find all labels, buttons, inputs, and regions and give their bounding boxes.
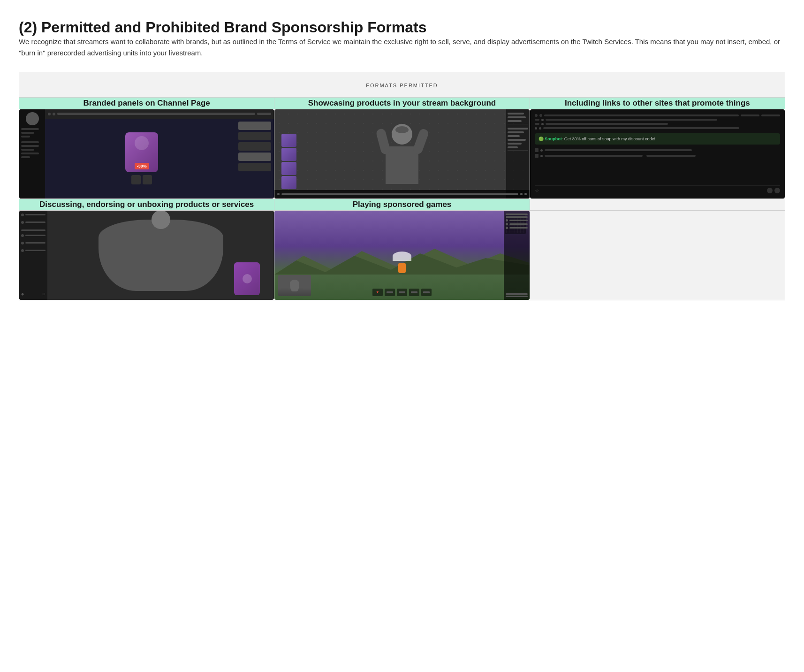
top-bar-bar [257,113,271,115]
usb-line [21,221,46,224]
usb-bar [25,221,46,223]
hud-line [508,146,518,148]
intro-paragraph: We recognize that streamers want to coll… [19,36,785,59]
hud-heart: ♥ [372,289,383,296]
gco-bar [506,216,528,218]
chat-line [535,119,780,121]
gco-bar [509,220,528,221]
table-row-images-1: -30% [19,109,785,199]
ct-dot [535,114,538,117]
usb-bar [25,242,46,244]
col3-label: Including links to other sites that prom… [530,98,785,109]
avatar-mock [26,112,39,125]
chat-bar [545,149,692,151]
sb-line [21,153,39,154]
hud-bar [423,291,430,293]
sb-line [21,132,34,134]
gco-line [506,227,528,229]
hud-line [508,143,522,145]
ct-bar [544,115,739,116]
product-box [281,148,296,161]
usb-dot [21,249,24,252]
product-logo [243,274,252,283]
hud-line [508,116,526,118]
hud-line [508,128,528,130]
hud-line [508,139,526,141]
col1-label: Branded panels on Channel Page [19,98,274,109]
usb-line [21,242,46,244]
bb-dot [520,193,523,195]
gco-line [506,296,528,297]
bb-dot [277,193,280,195]
stream-person [386,124,418,184]
gco-bar [506,293,528,295]
gco-line [506,214,528,215]
chat-highlight-message: 🟢 Soupbot: Get 30% off cans of soup with… [535,133,780,145]
table-row-labels-1: Branded panels on Channel Page Showcasin… [19,98,785,109]
usb-line [21,234,46,237]
chat-links-image: 🟢 Soupbot: Get 30% off cans of soup with… [530,109,785,199]
hud-group [508,112,528,124]
chat-bar [546,119,717,121]
page-title: (2) Permitted and Prohibited Brand Spons… [19,19,785,36]
player-figure [290,280,299,291]
panel-block [238,122,271,130]
usb-line [21,214,46,216]
hud-line [508,120,522,122]
panel-block [238,153,271,161]
unbox-main [47,211,274,300]
gco-bar [509,223,528,225]
chat-bar [646,155,696,157]
sb-line [21,128,39,130]
person-head [152,211,170,229]
chat-top-bar [535,114,780,117]
chat-bar [545,155,643,157]
table-row-labels-2: Discussing, endorsing or unboxing produc… [19,199,785,210]
chat-bot-message: 🟢 Soupbot: Get 30% off cans of soup with… [539,136,776,142]
table-header: Formats Permitted [19,72,785,98]
game-chat-overlay [504,211,530,300]
person-body [386,146,418,184]
hud-line [508,113,524,115]
top-bar-bar [57,113,255,115]
gco-line [506,293,528,295]
chat-bar [546,123,668,125]
ct-dot [539,114,542,117]
chat-line [535,148,780,152]
sb-line [21,145,39,147]
top-bar-mock [45,109,274,119]
product-box [281,134,296,147]
stream-scene [274,109,529,199]
hud-item [421,289,432,296]
content-area: -30% [45,119,274,199]
sb-line [21,141,39,143]
hud-item [397,289,407,296]
player-cam [278,275,311,296]
char-body [398,263,406,273]
col6-image-cell-empty [530,210,785,300]
chat-lines-area: 🟢 Soupbot: Get 30% off cans of soup with… [535,119,780,185]
chat-line [535,154,780,158]
hud-bar [387,291,393,293]
gco-dot [506,219,508,221]
parachute [393,252,411,261]
person-head [392,124,412,145]
product-area: -30% [48,122,235,196]
usb-bar [25,214,46,215]
usb-dot [21,242,24,244]
panel-block [238,132,271,140]
unbox-person [99,220,223,291]
unbox-sidebar: ◆ ⊕ [19,211,47,300]
game-hud: ♥ [372,289,432,296]
col5-label: Playing sponsored games [274,199,530,210]
discount-badge: -30% [135,163,149,169]
branded-panels-image: -30% [19,109,274,199]
usb-bar [25,235,46,236]
bb-bar [281,193,518,195]
stream-hud [506,109,530,199]
col4-image-cell: ◆ ⊕ [19,210,274,300]
usb-dot [21,234,24,237]
chat-bottom-bar: ☆ [535,185,780,194]
col3-image-cell: 🟢 Soupbot: Get 30% off cans of soup with… [530,109,785,199]
hud-line [508,131,524,133]
